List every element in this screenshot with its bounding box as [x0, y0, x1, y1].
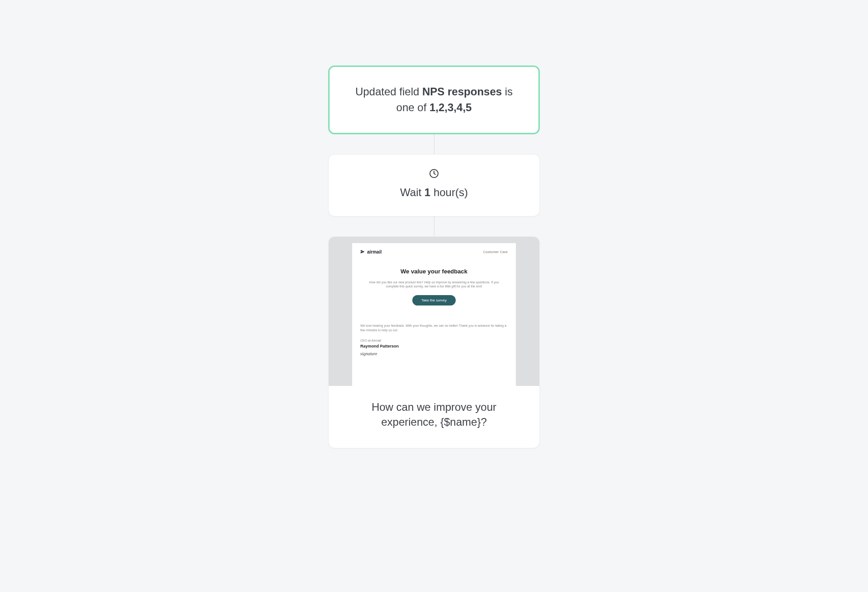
connector-line	[434, 134, 434, 154]
signer-name: Raymond Patterson	[360, 344, 508, 348]
take-survey-button: Take the survey	[412, 295, 456, 305]
email-note: We love hearing your feedback. With your…	[360, 324, 508, 333]
clock-icon	[429, 168, 439, 179]
email-subject: How can we improve your experience, {$na…	[329, 386, 539, 448]
email-preview: airmail Customer Care We value your feed…	[329, 237, 539, 386]
paper-plane-icon	[360, 249, 365, 254]
automation-flow: Updated field NPS responses is one of 1,…	[328, 66, 540, 448]
trigger-text: Updated field NPS responses is one of 1,…	[348, 84, 520, 116]
wait-card[interactable]: Wait 1 hour(s)	[328, 154, 540, 216]
email-heading: We value your feedback	[360, 268, 508, 275]
signature-script: signature	[360, 351, 508, 356]
customer-care-label: Customer Care	[483, 250, 508, 254]
signer-role: CEO at Airmail	[360, 339, 508, 342]
email-intro: How did you like our new product line? H…	[360, 280, 508, 289]
connector-line	[434, 216, 434, 236]
brand-logo: airmail	[360, 249, 382, 254]
email-card[interactable]: airmail Customer Care We value your feed…	[328, 236, 540, 448]
wait-text: Wait 1 hour(s)	[347, 186, 521, 199]
trigger-card[interactable]: Updated field NPS responses is one of 1,…	[328, 66, 540, 134]
email-body: airmail Customer Care We value your feed…	[352, 243, 516, 386]
